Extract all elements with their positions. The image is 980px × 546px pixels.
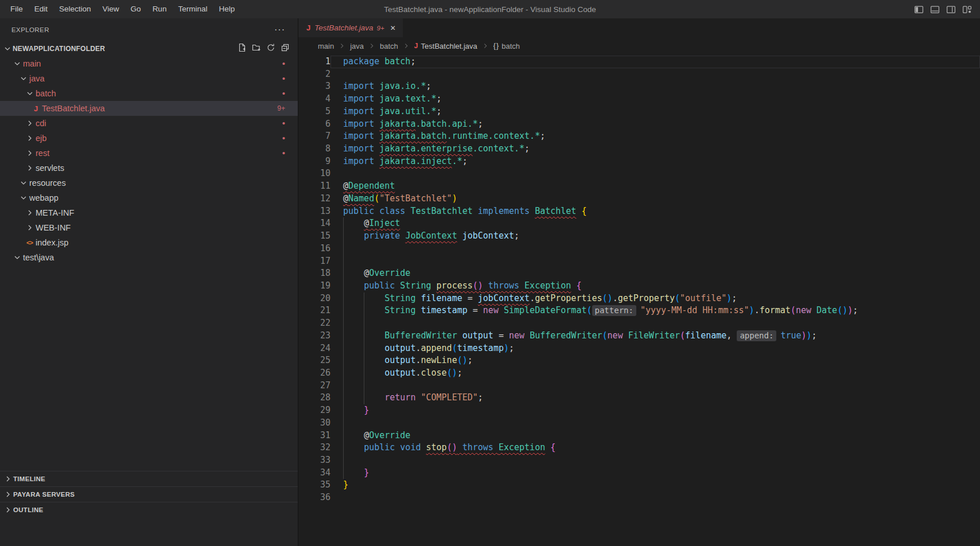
breadcrumb-label: batch xyxy=(501,42,520,50)
code-line-12[interactable]: 12@Named("TestBatchlet") xyxy=(298,193,980,205)
menu-edit[interactable]: Edit xyxy=(29,0,53,18)
tree-item-meta-inf[interactable]: META-INF xyxy=(0,205,298,220)
breadcrumb-item-batch[interactable]: {}batch xyxy=(493,42,520,50)
code-line-15[interactable]: 15 private JobContext jobContext; xyxy=(298,230,980,243)
line-content: } xyxy=(330,467,980,479)
tree-item-ejb[interactable]: ejb• xyxy=(0,131,298,146)
toggle-secondary-sidebar-icon[interactable] xyxy=(946,5,956,14)
menu-go[interactable]: Go xyxy=(125,0,147,18)
indent-guide xyxy=(343,342,344,355)
code-line-19[interactable]: 19 public String process() throws Except… xyxy=(298,280,980,292)
code-line-18[interactable]: 18 @Override xyxy=(298,267,980,280)
code-line-4[interactable]: 4import java.text.*; xyxy=(298,93,980,106)
code-line-11[interactable]: 11@Dependent xyxy=(298,180,980,193)
tree-item-main[interactable]: main• xyxy=(0,56,298,71)
breadcrumb-item-testbatchlet-java[interactable]: JTestBatchlet.java xyxy=(414,42,477,50)
code-line-14[interactable]: 14 @Inject xyxy=(298,217,980,230)
line-number: 33 xyxy=(298,454,330,467)
code-line-16[interactable]: 16 xyxy=(298,243,980,255)
code-line-22[interactable]: 22 xyxy=(298,317,980,330)
code-line-1[interactable]: 1package batch; xyxy=(298,56,980,68)
code-line-9[interactable]: 9import jakarta.inject.*; xyxy=(298,155,980,168)
code-area[interactable]: 1package batch;23import java.io.*;4impor… xyxy=(298,54,980,504)
more-actions-icon[interactable]: ··· xyxy=(274,27,285,33)
code-token: BufferedWriter xyxy=(384,330,457,341)
tree-item-servlets[interactable]: servlets xyxy=(0,161,298,176)
section-payara-servers[interactable]: PAYARA SERVERS xyxy=(0,486,298,502)
line-number: 11 xyxy=(298,180,330,193)
code-token: Exception xyxy=(499,442,545,453)
line-content: String timestamp = new SimpleDateFormat(… xyxy=(330,305,980,317)
line-content: BufferedWriter output = new BufferedWrit… xyxy=(330,330,980,342)
tree-item-resources[interactable]: resources xyxy=(0,176,298,190)
code-token: import xyxy=(343,106,379,116)
code-token: = xyxy=(468,305,483,315)
menu-run[interactable]: Run xyxy=(147,0,173,18)
section-outline[interactable]: OUTLINE xyxy=(0,502,298,517)
line-number: 4 xyxy=(298,93,330,106)
code-line-13[interactable]: 13public class TestBatchlet implements B… xyxy=(298,205,980,218)
tree-item-test-java[interactable]: test\java xyxy=(0,250,298,265)
menu-help[interactable]: Help xyxy=(213,0,240,18)
line-number: 6 xyxy=(298,118,330,131)
breadcrumb-item-main[interactable]: main xyxy=(318,42,334,50)
code-line-8[interactable]: 8import jakarta.enterprise.context.*; xyxy=(298,143,980,155)
code-line-26[interactable]: 26 output.close(); xyxy=(298,367,980,380)
new-folder-icon[interactable] xyxy=(252,43,261,54)
code-line-29[interactable]: 29 } xyxy=(298,404,980,417)
code-line-24[interactable]: 24 output.append(timestamp); xyxy=(298,342,980,355)
tree-item-cdi[interactable]: cdi• xyxy=(0,116,298,131)
code-line-31[interactable]: 31 @Override xyxy=(298,430,980,442)
indent-guide xyxy=(364,342,364,355)
toggle-panel-icon[interactable] xyxy=(930,5,940,14)
code-line-3[interactable]: 3import java.io.*; xyxy=(298,80,980,93)
indent-guide xyxy=(343,217,344,230)
code-line-25[interactable]: 25 output.newLine(); xyxy=(298,354,980,367)
tab-bar: J TestBatchlet.java 9+ ✕ xyxy=(298,18,980,37)
tree-item-java[interactable]: java• xyxy=(0,71,298,86)
code-line-30[interactable]: 30 xyxy=(298,417,980,430)
customize-layout-icon[interactable] xyxy=(962,5,972,14)
line-number: 35 xyxy=(298,479,330,492)
code-line-21[interactable]: 21 String timestamp = new SimpleDateForm… xyxy=(298,305,980,317)
new-file-icon[interactable] xyxy=(238,43,247,54)
code-line-17[interactable]: 17 xyxy=(298,255,980,268)
section-label: TIMELINE xyxy=(13,475,45,482)
tree-item-web-inf[interactable]: WEB-INF xyxy=(0,220,298,235)
tree-item-testbatchlet-java[interactable]: JTestBatchlet.java9+ xyxy=(0,101,298,116)
code-line-10[interactable]: 10 xyxy=(298,167,980,180)
breadcrumb-item-java[interactable]: java xyxy=(350,42,364,50)
code-token: jakarta.enterprise xyxy=(379,143,473,154)
collapse-all-icon[interactable] xyxy=(281,43,290,54)
refresh-icon[interactable] xyxy=(266,43,275,54)
code-line-6[interactable]: 6import jakarta.batch.api.*; xyxy=(298,118,980,131)
code-token: Named xyxy=(348,193,374,204)
code-line-33[interactable]: 33 xyxy=(298,454,980,467)
tree-item-webapp[interactable]: webapp xyxy=(0,190,298,205)
breadcrumb-item-batch[interactable]: batch xyxy=(380,42,398,50)
menu-terminal[interactable]: Terminal xyxy=(172,0,213,18)
code-line-20[interactable]: 20 String filename = jobContext.getPrope… xyxy=(298,292,980,305)
menu-view[interactable]: View xyxy=(97,0,125,18)
code-line-32[interactable]: 32 public void stop() throws Exception { xyxy=(298,442,980,454)
code-line-28[interactable]: 28 return "COMPLETED"; xyxy=(298,392,980,404)
tab-testbatchlet[interactable]: J TestBatchlet.java 9+ ✕ xyxy=(298,18,403,37)
code-line-27[interactable]: 27 xyxy=(298,380,980,392)
code-line-34[interactable]: 34 } xyxy=(298,467,980,479)
code-line-23[interactable]: 23 BufferedWriter output = new BufferedW… xyxy=(298,330,980,342)
project-root-row[interactable]: NEWAPPLICATIONFOLDER xyxy=(0,41,298,56)
tree-item-batch[interactable]: batch• xyxy=(0,86,298,101)
code-line-2[interactable]: 2 xyxy=(298,68,980,81)
toggle-primary-sidebar-icon[interactable] xyxy=(914,5,924,14)
menu-selection[interactable]: Selection xyxy=(53,0,97,18)
code-token: @ xyxy=(364,430,369,440)
menu-file[interactable]: File xyxy=(5,0,29,18)
code-line-35[interactable]: 35} xyxy=(298,479,980,492)
tree-item-rest[interactable]: rest• xyxy=(0,146,298,161)
code-line-36[interactable]: 36 xyxy=(298,492,980,504)
close-icon[interactable]: ✕ xyxy=(390,24,396,32)
tree-item-index-jsp[interactable]: <>index.jsp xyxy=(0,235,298,250)
section-timeline[interactable]: TIMELINE xyxy=(0,471,298,486)
code-line-5[interactable]: 5import java.util.*; xyxy=(298,106,980,118)
code-line-7[interactable]: 7import jakarta.batch.runtime.context.*; xyxy=(298,130,980,143)
